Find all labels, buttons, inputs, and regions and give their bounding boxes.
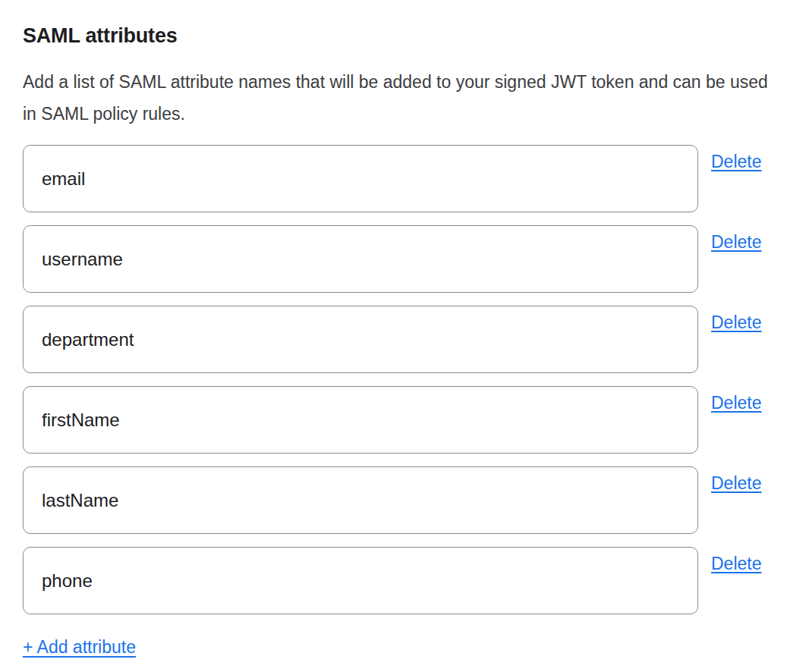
delete-attribute-link[interactable]: Delete [711, 554, 761, 574]
attribute-input[interactable] [23, 547, 698, 614]
section-description: Add a list of SAML attribute names that … [23, 66, 774, 130]
attribute-row: Delete [23, 306, 786, 373]
attribute-input[interactable] [23, 466, 698, 534]
attribute-row: Delete [23, 145, 786, 212]
attribute-row: Delete [23, 547, 786, 614]
attribute-row: Delete [23, 386, 786, 454]
attribute-input[interactable] [23, 306, 698, 373]
attribute-input[interactable] [23, 386, 698, 454]
saml-attributes-list: Delete Delete Delete Delete Delete Delet… [23, 145, 786, 614]
delete-attribute-link[interactable]: Delete [711, 312, 761, 333]
delete-attribute-link[interactable]: Delete [711, 152, 761, 172]
attribute-input[interactable] [23, 145, 698, 212]
attribute-input[interactable] [23, 225, 698, 293]
delete-attribute-link[interactable]: Delete [711, 232, 761, 253]
delete-attribute-link[interactable]: Delete [711, 393, 761, 413]
page-title: SAML attributes [23, 24, 786, 48]
add-attribute-link[interactable]: + Add attribute [23, 637, 136, 658]
delete-attribute-link[interactable]: Delete [711, 473, 761, 494]
attribute-row: Delete [23, 225, 786, 293]
attribute-row: Delete [23, 466, 786, 534]
